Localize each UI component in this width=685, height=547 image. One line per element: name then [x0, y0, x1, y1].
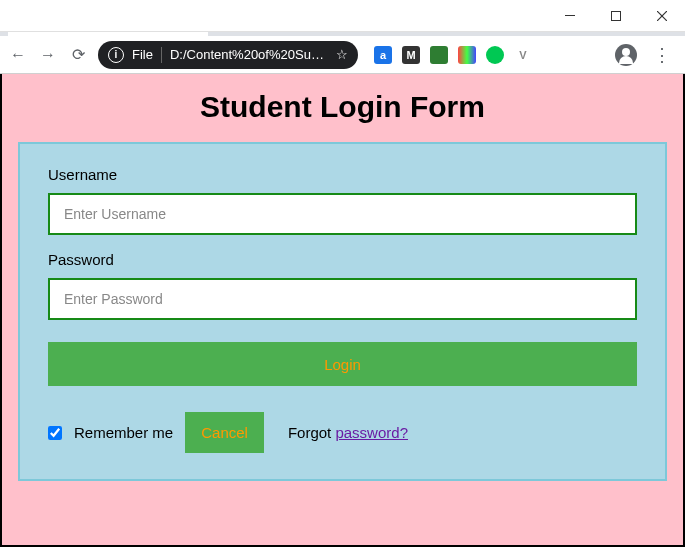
login-form: Username Password Login Remember me Canc… — [18, 142, 667, 481]
extension-icon[interactable] — [430, 46, 448, 64]
extension-icon[interactable] — [458, 46, 476, 64]
url-scheme: File — [132, 47, 153, 62]
form-footer: Remember me Cancel Forgot password? — [48, 412, 637, 453]
menu-dots-icon[interactable]: ⋮ — [647, 44, 677, 66]
password-label: Password — [48, 251, 637, 268]
extension-icons: a M V — [374, 46, 532, 64]
url-path: D:/Content%20of%20Sumit... — [170, 47, 328, 62]
info-icon: i — [108, 47, 124, 63]
forward-button[interactable]: → — [38, 46, 58, 64]
address-bar[interactable]: i File D:/Content%20of%20Sumit... ☆ — [98, 41, 358, 69]
profile-avatar-icon[interactable] — [615, 44, 637, 66]
reload-button[interactable]: ⟳ — [68, 45, 88, 64]
forgot-text: Forgot password? — [288, 424, 408, 441]
separator — [161, 47, 162, 63]
page-title: Student Login Form — [2, 74, 683, 142]
username-label: Username — [48, 166, 637, 183]
username-input[interactable] — [48, 193, 637, 235]
cancel-button[interactable]: Cancel — [185, 412, 264, 453]
maximize-button[interactable] — [593, 0, 639, 32]
extension-icon[interactable] — [486, 46, 504, 64]
close-window-button[interactable] — [639, 0, 685, 32]
svg-rect-1 — [612, 11, 621, 20]
back-button[interactable]: ← — [8, 46, 28, 64]
password-input[interactable] — [48, 278, 637, 320]
extension-icon[interactable]: a — [374, 46, 392, 64]
remember-checkbox[interactable] — [48, 426, 62, 440]
extension-icon[interactable]: M — [402, 46, 420, 64]
window-titlebar — [0, 0, 685, 32]
forgot-prefix: Forgot — [288, 424, 336, 441]
minimize-button[interactable] — [547, 0, 593, 32]
browser-toolbar: ← → ⟳ i File D:/Content%20of%20Sumit... … — [0, 36, 685, 74]
page-body: Student Login Form Username Password Log… — [0, 74, 685, 547]
login-button[interactable]: Login — [48, 342, 637, 386]
extension-icon[interactable]: V — [514, 46, 532, 64]
bookmark-star-icon[interactable]: ☆ — [336, 47, 348, 62]
remember-label: Remember me — [74, 424, 173, 441]
forgot-password-link[interactable]: password? — [335, 424, 408, 441]
